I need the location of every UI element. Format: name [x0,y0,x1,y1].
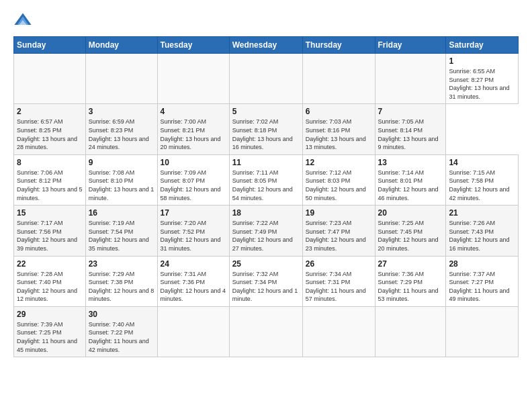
empty-cell [85,54,157,104]
day-info-18: Sunrise: 7:22 AMSunset: 7:49 PMDaylight:… [232,219,300,253]
day-cell-26: 26Sunrise: 7:34 AMSunset: 7:31 PMDayligh… [302,256,375,306]
day-info-30: Sunrise: 7:40 AMSunset: 7:22 PMDaylight:… [89,320,154,354]
day-number-21: 21 [449,208,515,218]
day-number-15: 15 [17,208,83,218]
day-cell-30: 30Sunrise: 7:40 AMSunset: 7:22 PMDayligh… [85,306,157,357]
day-number-9: 9 [89,158,154,167]
header-cell-tuesday: Tuesday [157,37,229,54]
day-info-6: Sunrise: 7:03 AMSunset: 8:16 PMDaylight:… [306,118,372,151]
day-cell-22: 22Sunrise: 7:28 AMSunset: 7:40 PMDayligh… [14,256,86,306]
day-cell-18: 18Sunrise: 7:22 AMSunset: 7:49 PMDayligh… [229,205,302,256]
day-number-26: 26 [306,259,372,269]
day-number-16: 16 [89,208,154,218]
day-info-16: Sunrise: 7:19 AMSunset: 7:54 PMDaylight:… [89,219,154,253]
day-number-27: 27 [378,259,443,269]
day-info-29: Sunrise: 7:39 AMSunset: 7:25 PMDaylight:… [17,320,83,354]
day-info-12: Sunrise: 7:12 AMSunset: 8:03 PMDaylight:… [306,169,372,202]
week-row-4: 15Sunrise: 7:17 AMSunset: 7:56 PMDayligh… [14,205,519,256]
day-number-10: 10 [161,158,226,167]
day-info-10: Sunrise: 7:09 AMSunset: 8:07 PMDaylight:… [161,169,226,202]
empty-cell [157,54,229,104]
day-info-24: Sunrise: 7:31 AMSunset: 7:36 PMDaylight:… [161,270,226,304]
empty-cell [375,54,446,104]
day-cell-16: 16Sunrise: 7:19 AMSunset: 7:54 PMDayligh… [85,205,157,256]
day-cell-7: 7Sunrise: 7:05 AMSunset: 8:14 PMDaylight… [375,104,446,154]
day-info-23: Sunrise: 7:29 AMSunset: 7:38 PMDaylight:… [89,270,154,304]
day-number-24: 24 [161,259,226,269]
day-info-13: Sunrise: 7:14 AMSunset: 8:01 PMDaylight:… [378,169,443,202]
day-cell-9: 9Sunrise: 7:08 AMSunset: 8:10 PMDaylight… [85,154,157,205]
week-row-2: 2Sunrise: 6:57 AMSunset: 8:25 PMDaylight… [14,104,519,154]
week-row-3: 8Sunrise: 7:06 AMSunset: 8:12 PMDaylight… [14,154,519,205]
day-number-18: 18 [232,208,300,218]
header-cell-friday: Friday [375,37,446,54]
day-info-9: Sunrise: 7:08 AMSunset: 8:10 PMDaylight:… [89,169,154,202]
day-cell-29: 29Sunrise: 7:39 AMSunset: 7:25 PMDayligh… [14,306,86,357]
day-cell-2: 2Sunrise: 6:57 AMSunset: 8:25 PMDaylight… [14,104,86,154]
day-number-29: 29 [17,310,83,319]
day-number-22: 22 [17,259,83,269]
day-info-26: Sunrise: 7:34 AMSunset: 7:31 PMDaylight:… [306,270,372,304]
day-cell-3: 3Sunrise: 6:59 AMSunset: 8:23 PMDaylight… [85,104,157,154]
day-number-5: 5 [232,107,300,116]
calendar-page: SundayMondayTuesdayWednesdayThursdayFrid… [0,0,532,411]
header-cell-saturday: Saturday [446,37,519,54]
empty-cell [157,306,229,357]
day-info-14: Sunrise: 7:15 AMSunset: 7:58 PMDaylight:… [449,169,515,202]
day-info-21: Sunrise: 7:26 AMSunset: 7:43 PMDaylight:… [449,219,515,253]
empty-cell [446,306,519,357]
day-number-14: 14 [449,158,515,167]
day-cell-1: 1Sunrise: 6:55 AMSunset: 8:27 PMDaylight… [446,54,519,104]
logo-area [13,11,34,30]
day-cell-15: 15Sunrise: 7:17 AMSunset: 7:56 PMDayligh… [14,205,86,256]
week-row-6: 29Sunrise: 7:39 AMSunset: 7:25 PMDayligh… [14,306,519,357]
header-cell-thursday: Thursday [302,37,375,54]
day-number-23: 23 [89,259,154,269]
day-number-20: 20 [378,208,443,218]
day-cell-4: 4Sunrise: 7:00 AMSunset: 8:21 PMDaylight… [157,104,229,154]
day-number-25: 25 [232,259,300,269]
day-number-17: 17 [161,208,226,218]
day-cell-6: 6Sunrise: 7:03 AMSunset: 8:16 PMDaylight… [302,104,375,154]
day-number-12: 12 [306,158,372,167]
day-info-17: Sunrise: 7:20 AMSunset: 7:52 PMDaylight:… [161,219,226,253]
day-cell-21: 21Sunrise: 7:26 AMSunset: 7:43 PMDayligh… [446,205,519,256]
day-cell-20: 20Sunrise: 7:25 AMSunset: 7:45 PMDayligh… [375,205,446,256]
day-info-27: Sunrise: 7:36 AMSunset: 7:29 PMDaylight:… [378,270,443,304]
day-info-1: Sunrise: 6:55 AMSunset: 8:27 PMDaylight:… [449,67,515,101]
day-info-25: Sunrise: 7:32 AMSunset: 7:34 PMDaylight:… [232,270,300,304]
day-number-28: 28 [449,259,515,269]
empty-cell [375,306,446,357]
day-number-4: 4 [161,107,226,116]
header-row: SundayMondayTuesdayWednesdayThursdayFrid… [14,37,519,54]
day-number-1: 1 [449,56,515,66]
day-info-5: Sunrise: 7:02 AMSunset: 8:18 PMDaylight:… [232,118,300,151]
calendar-table: SundayMondayTuesdayWednesdayThursdayFrid… [13,36,519,357]
logo-icon [13,11,32,30]
day-cell-13: 13Sunrise: 7:14 AMSunset: 8:01 PMDayligh… [375,154,446,205]
day-info-2: Sunrise: 6:57 AMSunset: 8:25 PMDaylight:… [17,118,83,151]
empty-cell [229,306,302,357]
day-info-22: Sunrise: 7:28 AMSunset: 7:40 PMDaylight:… [17,270,83,304]
calendar-body: 1Sunrise: 6:55 AMSunset: 8:27 PMDaylight… [14,54,519,357]
empty-cell [302,54,375,104]
day-info-15: Sunrise: 7:17 AMSunset: 7:56 PMDaylight:… [17,219,83,253]
day-number-2: 2 [17,107,83,116]
day-info-20: Sunrise: 7:25 AMSunset: 7:45 PMDaylight:… [378,219,443,253]
day-number-30: 30 [89,310,154,319]
day-info-28: Sunrise: 7:37 AMSunset: 7:27 PMDaylight:… [449,270,515,304]
day-info-19: Sunrise: 7:23 AMSunset: 7:47 PMDaylight:… [306,219,372,253]
day-cell-23: 23Sunrise: 7:29 AMSunset: 7:38 PMDayligh… [85,256,157,306]
header-cell-sunday: Sunday [14,37,86,54]
day-cell-10: 10Sunrise: 7:09 AMSunset: 8:07 PMDayligh… [157,154,229,205]
day-info-8: Sunrise: 7:06 AMSunset: 8:12 PMDaylight:… [17,169,83,202]
day-number-11: 11 [232,158,300,167]
day-info-11: Sunrise: 7:11 AMSunset: 8:05 PMDaylight:… [232,169,300,202]
day-number-13: 13 [378,158,443,167]
day-number-19: 19 [306,208,372,218]
day-number-3: 3 [89,107,154,116]
day-cell-17: 17Sunrise: 7:20 AMSunset: 7:52 PMDayligh… [157,205,229,256]
day-number-6: 6 [306,107,372,116]
day-number-7: 7 [378,107,443,116]
day-info-4: Sunrise: 7:00 AMSunset: 8:21 PMDaylight:… [161,118,226,151]
